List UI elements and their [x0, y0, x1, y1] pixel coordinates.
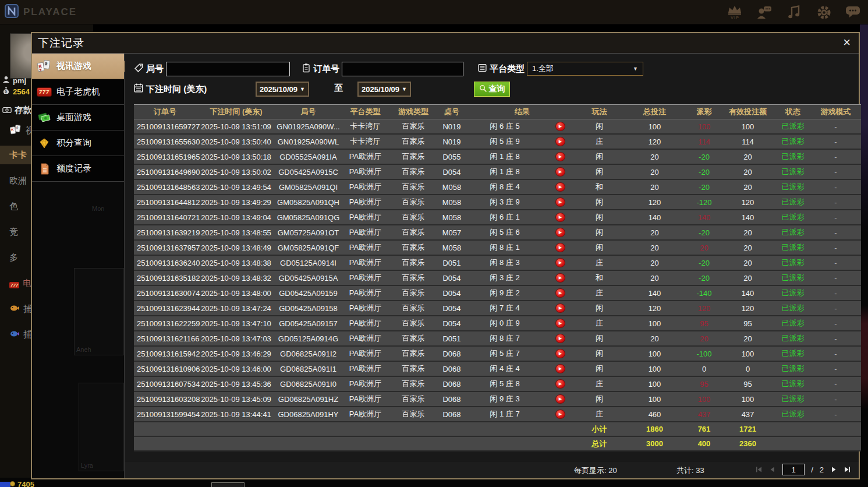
cell-time: 2025-10-09 13:46:00 — [196, 362, 276, 376]
page-size-label: 每页显示: 20 — [574, 465, 617, 476]
cell-table: N019 — [437, 135, 467, 149]
play-button[interactable]: ▶ — [555, 273, 565, 283]
table-row: 2510091316496902025-10-09 13:50:02GD0542… — [134, 165, 861, 180]
chevron-down-icon: ▼ — [633, 66, 638, 72]
cell-replay: ▶ — [543, 225, 578, 239]
cell-status: 已派彩 — [775, 180, 810, 194]
cell-payout: 0 — [688, 362, 720, 376]
column-header: 平台类型 — [341, 105, 390, 119]
page-number-input[interactable] — [782, 464, 805, 475]
play-button[interactable]: ▶ — [555, 379, 565, 389]
cell-time: 2025-10-09 13:50:02 — [196, 165, 276, 179]
date-from-value: 2025/10/09 — [260, 85, 297, 94]
play-button[interactable]: ▶ — [555, 258, 565, 267]
date-from-picker[interactable]: 2025/10/09 ▼ — [256, 82, 309, 97]
cell-bet-type: 闲 — [578, 195, 621, 209]
play-button[interactable]: ▶ — [555, 304, 565, 313]
play-button[interactable]: ▶ — [555, 394, 565, 404]
cell-result: 闲 5 庄 7 — [467, 347, 543, 361]
diamond-icon — [37, 138, 52, 149]
cell-game: 百家乐 — [390, 331, 437, 345]
cell-table: N019 — [437, 119, 467, 133]
play-button[interactable]: ▶ — [555, 213, 565, 222]
play-button[interactable]: ▶ — [555, 228, 565, 237]
settings-icon[interactable] — [815, 3, 832, 21]
cell-payout: 20 — [688, 241, 720, 255]
chevron-down-icon: ▼ — [300, 86, 305, 92]
next-page-icon[interactable] — [830, 466, 837, 473]
lobby-right-edge — [860, 24, 868, 478]
play-icon: ▶ — [559, 306, 562, 310]
cell-status: 已派彩 — [775, 407, 810, 421]
play-button[interactable]: ▶ — [555, 243, 565, 252]
play-button[interactable]: ▶ — [555, 197, 565, 207]
column-header: 下注时间 (美东) — [196, 105, 276, 119]
menu-item-4[interactable]: 额度记录 — [32, 156, 124, 182]
deposit-label: 存款 — [15, 105, 32, 116]
money-bag-icon: $ — [2, 87, 10, 96]
chat-icon[interactable] — [845, 3, 862, 21]
first-page-icon[interactable] — [756, 466, 763, 473]
play-button[interactable]: ▶ — [555, 288, 565, 298]
cell-result: 闲 1 庄 8 — [467, 165, 543, 179]
svg-text:VIP: VIP — [731, 15, 739, 20]
order-input[interactable] — [342, 62, 463, 76]
cell-result: 闲 5 庄 8 — [467, 377, 543, 391]
play-icon: ▶ — [559, 245, 562, 250]
cell-game: 百家乐 — [390, 256, 437, 270]
cell-payout: 140 — [688, 210, 720, 224]
cell-time: 2025-10-09 13:47:03 — [196, 331, 276, 345]
play-button[interactable]: ▶ — [555, 349, 565, 358]
play-button[interactable]: ▶ — [555, 334, 565, 343]
round-input[interactable] — [166, 62, 290, 76]
prev-page-icon[interactable] — [769, 466, 776, 473]
play-button[interactable]: ▶ — [555, 122, 565, 131]
cell-status: 已派彩 — [775, 286, 810, 300]
cell-table: M058 — [437, 180, 467, 194]
support-icon[interactable] — [756, 3, 773, 21]
last-page-icon[interactable] — [844, 466, 851, 473]
column-header: 局号 — [276, 105, 341, 119]
play-button[interactable]: ▶ — [555, 152, 565, 161]
date-to-picker[interactable]: 2025/10/09 ▼ — [357, 82, 411, 97]
menu-item-2[interactable]: 桌面游戏 — [32, 105, 124, 130]
play-button[interactable]: ▶ — [555, 167, 565, 177]
cell-order: 251009131607534 — [134, 377, 196, 391]
cell-total-bet: 460 — [621, 407, 688, 421]
play-icon: ▶ — [559, 276, 562, 280]
menu-item-0[interactable]: 9K♥视讯游戏 — [32, 54, 124, 79]
cell-total-bet: 20 — [621, 331, 688, 345]
background-ghost: Mon — [90, 202, 119, 214]
menu-item-1[interactable]: 777电子老虎机 — [32, 79, 124, 105]
platform-select[interactable]: 1.全部 ▼ — [527, 62, 643, 76]
column-header: 游戏模式 — [810, 105, 861, 119]
cell-total-bet: 120 — [621, 135, 688, 149]
music-icon[interactable] — [785, 3, 803, 21]
play-button[interactable]: ▶ — [555, 182, 565, 192]
sidebar-nav-label: 卡卡 — [9, 150, 27, 161]
search-button[interactable]: 查询 — [474, 82, 510, 97]
play-button[interactable]: ▶ — [555, 319, 565, 328]
cell-result: 闲 1 庄 8 — [467, 150, 543, 164]
play-button[interactable]: ▶ — [555, 137, 565, 146]
background-ghost: Aneh — [74, 268, 124, 355]
cell-time: 2025-10-09 13:48:38 — [196, 256, 276, 270]
play-icon: ▶ — [559, 366, 562, 371]
cell-game-mode: - — [810, 362, 861, 376]
cell-platform: PA欧洲厅 — [341, 210, 390, 224]
vip-icon[interactable]: VIP — [726, 3, 743, 21]
cell-payout: -100 — [688, 347, 720, 361]
play-icon: ▶ — [559, 139, 562, 144]
cell-valid-bet: 95 — [720, 377, 775, 391]
deposit-row[interactable]: 存款 — [2, 105, 32, 116]
username: pmj — [13, 76, 26, 85]
menu-item-label: 积分查询 — [56, 137, 91, 149]
cell-order: 251009131623944 — [134, 301, 196, 315]
cell-game: 百家乐 — [390, 347, 437, 361]
play-button[interactable]: ▶ — [555, 364, 565, 373]
play-button[interactable]: ▶ — [555, 410, 565, 419]
cell-platform: PA欧洲厅 — [341, 301, 390, 315]
menu-item-3[interactable]: 积分查询 — [32, 130, 124, 156]
cell-result: 闲 0 庄 9 — [467, 316, 543, 330]
close-icon[interactable]: × — [843, 35, 851, 50]
